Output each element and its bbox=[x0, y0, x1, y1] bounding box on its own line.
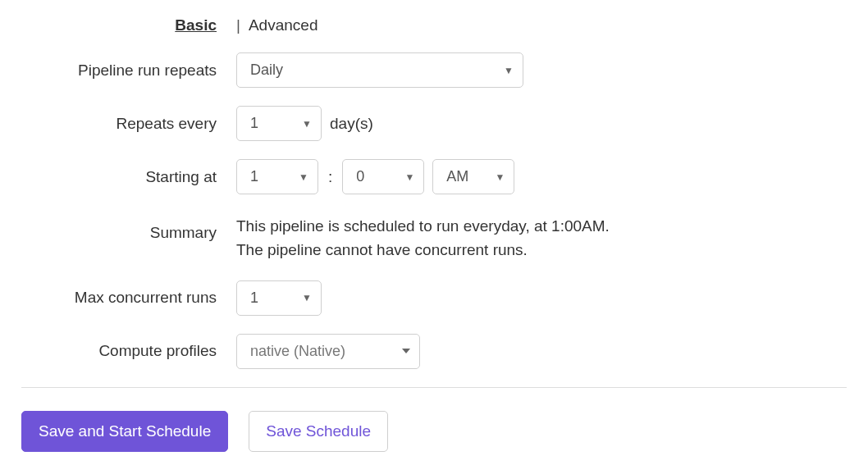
time-separator: : bbox=[328, 168, 332, 186]
max-concurrent-select[interactable]: 1 bbox=[236, 280, 322, 316]
label-pipeline-run-repeats: Pipeline run repeats bbox=[21, 62, 236, 80]
tab-basic[interactable]: Basic bbox=[175, 16, 217, 34]
compute-profiles-select[interactable]: native (Native) bbox=[236, 334, 420, 369]
repeats-every-select[interactable]: 1 bbox=[236, 106, 322, 141]
starting-ampm-select[interactable]: AM bbox=[432, 159, 514, 194]
divider bbox=[21, 387, 847, 388]
starting-hour-select[interactable]: 1 bbox=[236, 159, 318, 194]
save-and-start-button[interactable]: Save and Start Schedule bbox=[21, 411, 228, 452]
label-summary: Summary bbox=[21, 212, 236, 242]
summary-line-1: This pipeline is scheduled to run everyd… bbox=[236, 214, 610, 238]
label-compute-profiles: Compute profiles bbox=[21, 342, 236, 360]
repeats-every-unit: day(s) bbox=[330, 115, 373, 133]
label-repeats-every: Repeats every bbox=[21, 115, 236, 133]
tab-advanced[interactable]: Advanced bbox=[249, 16, 318, 34]
tab-separator: | bbox=[236, 16, 240, 34]
label-starting-at: Starting at bbox=[21, 168, 236, 186]
pipeline-run-repeats-select[interactable]: Daily bbox=[236, 52, 523, 88]
save-schedule-button[interactable]: Save Schedule bbox=[249, 411, 388, 452]
summary-text: This pipeline is scheduled to run everyd… bbox=[236, 212, 610, 262]
starting-minute-select[interactable]: 0 bbox=[342, 159, 424, 194]
label-max-concurrent: Max concurrent runs bbox=[21, 289, 236, 307]
summary-line-2: The pipeline cannot have concurrent runs… bbox=[236, 238, 610, 262]
